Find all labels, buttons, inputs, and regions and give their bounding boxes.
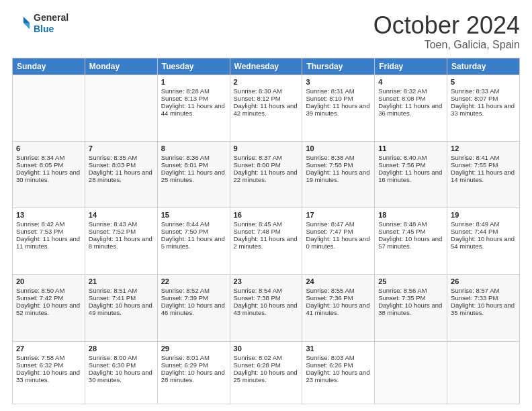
table-row: 25Sunrise: 8:56 AMSunset: 7:35 PMDayligh… xyxy=(375,275,447,341)
table-row: 7Sunrise: 8:35 AMSunset: 8:03 PMDaylight… xyxy=(85,141,157,208)
day-info: Sunrise: 8:34 AM xyxy=(16,154,81,161)
day-number: 30 xyxy=(234,345,299,353)
day-number: 19 xyxy=(451,211,516,219)
day-number: 25 xyxy=(378,277,443,285)
day-info: Sunrise: 8:43 AM xyxy=(89,220,154,228)
day-info: Daylight: 10 hours and 23 minutes. xyxy=(306,369,371,383)
col-sunday: Sunday xyxy=(13,58,85,75)
day-info: Sunset: 8:08 PM xyxy=(378,95,443,102)
day-info: Daylight: 11 hours and 36 minutes. xyxy=(378,102,443,117)
day-info: Daylight: 11 hours and 14 minutes. xyxy=(451,169,516,183)
day-number: 23 xyxy=(234,277,299,285)
table-row xyxy=(85,75,157,141)
table-row: 18Sunrise: 8:48 AMSunset: 7:45 PMDayligh… xyxy=(375,208,447,275)
table-row xyxy=(375,341,447,404)
table-row: 17Sunrise: 8:47 AMSunset: 7:47 PMDayligh… xyxy=(302,208,375,275)
day-info: Sunrise: 8:01 AM xyxy=(161,354,226,361)
day-info: Sunrise: 8:35 AM xyxy=(89,154,154,161)
day-info: Sunset: 7:52 PM xyxy=(89,228,154,235)
day-info: Daylight: 11 hours and 39 minutes. xyxy=(306,102,371,117)
day-info: Daylight: 11 hours and 28 minutes. xyxy=(89,169,154,183)
day-info: Daylight: 11 hours and 19 minutes. xyxy=(306,169,371,183)
table-row: 29Sunrise: 8:01 AMSunset: 6:29 PMDayligh… xyxy=(157,341,230,404)
day-number: 7 xyxy=(89,144,154,152)
day-number: 21 xyxy=(89,277,154,285)
day-info: Sunset: 7:39 PM xyxy=(161,294,226,302)
table-row: 6Sunrise: 8:34 AMSunset: 8:05 PMDaylight… xyxy=(13,141,85,208)
day-info: Daylight: 10 hours and 46 minutes. xyxy=(161,302,226,316)
col-tuesday: Tuesday xyxy=(157,58,230,75)
day-info: Sunset: 8:01 PM xyxy=(161,161,226,169)
day-info: Sunrise: 8:55 AM xyxy=(306,287,371,294)
day-number: 18 xyxy=(378,211,443,219)
day-number: 29 xyxy=(161,345,226,353)
day-info: Sunset: 7:47 PM xyxy=(306,228,371,235)
day-info: Sunset: 7:41 PM xyxy=(89,294,154,302)
day-info: Sunset: 8:07 PM xyxy=(451,95,516,102)
day-info: Sunset: 7:44 PM xyxy=(451,228,516,235)
day-info: Sunset: 6:32 PM xyxy=(16,361,81,369)
day-number: 31 xyxy=(306,345,371,353)
table-row: 21Sunrise: 8:51 AMSunset: 7:41 PMDayligh… xyxy=(85,275,157,341)
day-number: 3 xyxy=(306,78,371,86)
page: General Blue October 2024 Toen, Galicia,… xyxy=(0,0,532,411)
day-info: Sunset: 8:00 PM xyxy=(234,161,299,169)
day-info: Daylight: 10 hours and 41 minutes. xyxy=(306,302,371,316)
table-row: 8Sunrise: 8:36 AMSunset: 8:01 PMDaylight… xyxy=(157,141,230,208)
day-info: Sunrise: 8:57 AM xyxy=(451,287,516,294)
table-row: 3Sunrise: 8:31 AMSunset: 8:10 PMDaylight… xyxy=(302,75,375,141)
day-number: 9 xyxy=(234,144,299,152)
day-info: Sunset: 7:48 PM xyxy=(234,228,299,235)
day-info: Sunset: 8:13 PM xyxy=(161,95,226,102)
day-info: Sunset: 7:36 PM xyxy=(306,294,371,302)
day-info: Sunset: 6:26 PM xyxy=(306,361,371,369)
day-info: Daylight: 11 hours and 30 minutes. xyxy=(16,169,81,183)
header: General Blue October 2024 Toen, Galicia,… xyxy=(12,12,520,51)
day-info: Daylight: 11 hours and 8 minutes. xyxy=(89,235,154,250)
day-info: Sunrise: 8:03 AM xyxy=(306,354,371,361)
day-info: Sunrise: 8:50 AM xyxy=(16,287,81,294)
day-info: Daylight: 10 hours and 25 minutes. xyxy=(234,369,299,383)
day-info: Sunrise: 8:49 AM xyxy=(451,220,516,228)
day-info: Daylight: 10 hours and 38 minutes. xyxy=(378,302,443,316)
day-info: Daylight: 11 hours and 11 minutes. xyxy=(16,235,81,250)
day-info: Daylight: 10 hours and 57 minutes. xyxy=(378,235,443,250)
day-info: Sunset: 6:30 PM xyxy=(89,361,154,369)
day-info: Sunrise: 8:45 AM xyxy=(234,220,299,228)
day-info: Sunset: 7:38 PM xyxy=(234,294,299,302)
logo-icon xyxy=(12,14,31,33)
day-info: Sunset: 8:12 PM xyxy=(234,95,299,102)
day-info: Sunrise: 8:38 AM xyxy=(306,154,371,161)
day-info: Sunset: 7:53 PM xyxy=(16,228,81,235)
day-info: Daylight: 10 hours and 52 minutes. xyxy=(16,302,81,316)
day-info: Daylight: 11 hours and 5 minutes. xyxy=(161,235,226,250)
table-row: 23Sunrise: 8:54 AMSunset: 7:38 PMDayligh… xyxy=(230,275,302,341)
day-number: 10 xyxy=(306,144,371,152)
day-info: Sunrise: 8:40 AM xyxy=(378,154,443,161)
day-info: Sunset: 7:58 PM xyxy=(306,161,371,169)
day-number: 1 xyxy=(161,78,226,86)
day-info: Daylight: 10 hours and 43 minutes. xyxy=(234,302,299,316)
logo-general: General xyxy=(34,12,69,24)
day-info: Sunrise: 8:52 AM xyxy=(161,287,226,294)
day-info: Sunrise: 8:28 AM xyxy=(161,87,226,95)
day-info: Sunrise: 8:02 AM xyxy=(234,354,299,361)
day-info: Sunrise: 8:54 AM xyxy=(234,287,299,294)
table-row: 10Sunrise: 8:38 AMSunset: 7:58 PMDayligh… xyxy=(302,141,375,208)
day-info: Daylight: 10 hours and 49 minutes. xyxy=(89,302,154,316)
table-row: 16Sunrise: 8:45 AMSunset: 7:48 PMDayligh… xyxy=(230,208,302,275)
calendar-header-row: Sunday Monday Tuesday Wednesday Thursday… xyxy=(13,58,520,75)
day-info: Sunset: 7:33 PM xyxy=(451,294,516,302)
location-title: Toen, Galicia, Spain xyxy=(373,39,520,51)
day-number: 16 xyxy=(234,211,299,219)
day-info: Sunrise: 8:42 AM xyxy=(16,220,81,228)
day-info: Sunrise: 8:47 AM xyxy=(306,220,371,228)
day-info: Sunrise: 8:37 AM xyxy=(234,154,299,161)
day-info: Sunset: 7:42 PM xyxy=(16,294,81,302)
day-number: 12 xyxy=(451,144,516,152)
col-thursday: Thursday xyxy=(302,58,375,75)
table-row: 27Sunrise: 7:58 AMSunset: 6:32 PMDayligh… xyxy=(13,341,85,404)
day-info: Daylight: 11 hours and 22 minutes. xyxy=(234,169,299,183)
day-info: Sunset: 8:05 PM xyxy=(16,161,81,169)
day-info: Sunset: 7:50 PM xyxy=(161,228,226,235)
